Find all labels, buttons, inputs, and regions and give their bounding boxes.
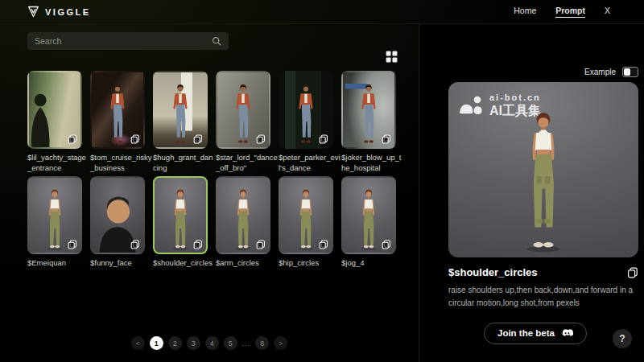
nav-link-x[interactable]: X — [605, 6, 610, 18]
gallery-item[interactable]: $peter_parker_evil's_dance — [279, 71, 333, 174]
pagination-prev-button[interactable]: < — [131, 336, 145, 350]
copy-icon[interactable] — [319, 134, 328, 144]
video-thumbnail[interactable] — [27, 71, 82, 149]
video-thumbnail[interactable] — [279, 71, 333, 149]
search-box[interactable] — [27, 32, 229, 50]
copy-icon[interactable] — [256, 134, 266, 144]
preview-title-row: $shoulder_circles — [448, 266, 638, 278]
viggle-logo-icon — [27, 6, 39, 18]
video-thumbnail[interactable] — [90, 71, 145, 149]
join-beta-button[interactable]: Join the beta — [484, 323, 587, 344]
search-input[interactable] — [35, 36, 212, 46]
gallery-item[interactable]: $jog_4 — [341, 176, 396, 279]
nav-links: HomePromptX — [514, 6, 610, 18]
preview-title: $shoulder_circles — [448, 266, 538, 278]
grid-view-icon[interactable] — [385, 50, 398, 64]
gallery-item-label: $hip_circles — [279, 258, 341, 279]
video-thumbnail[interactable] — [90, 176, 145, 254]
gallery-item[interactable]: $lil_yachty_stage_entrance — [27, 71, 82, 174]
copy-icon[interactable] — [193, 240, 203, 249]
gallery-item[interactable]: $star_lord_"dance_off_bro" — [216, 71, 270, 174]
nav-link-home[interactable]: Home — [514, 6, 536, 18]
gallery-item[interactable]: $hip_circles — [279, 176, 333, 279]
pagination: <12345...8> — [0, 336, 419, 350]
gallery-item[interactable]: $shoulder_circles — [153, 176, 208, 279]
ai-bot-logo-icon — [459, 96, 483, 117]
video-thumbnail[interactable] — [279, 176, 333, 254]
gallery-item-label: $funny_face — [90, 258, 153, 279]
grid-icon — [385, 50, 398, 64]
video-thumbnail[interactable] — [216, 176, 270, 254]
gallery-item[interactable]: $funny_face — [90, 176, 145, 279]
copy-icon[interactable] — [382, 240, 391, 249]
toggle-knob — [624, 68, 630, 76]
video-thumbnail[interactable] — [153, 71, 208, 149]
gallery-item-label: $joker_blow_up_the_hospital — [341, 153, 404, 174]
brand[interactable]: VIGGLE — [27, 6, 91, 18]
copy-icon[interactable] — [130, 240, 140, 249]
pagination-page-8[interactable]: 8 — [255, 336, 269, 350]
pagination-next-button[interactable]: > — [274, 336, 287, 350]
gallery-item-label: $lil_yachty_stage_entrance — [27, 153, 90, 174]
gallery-panel: $lil_yachty_stage_entrance$tom_cruise_ri… — [0, 24, 419, 362]
help-button[interactable]: ? — [613, 329, 632, 348]
pagination-page-2[interactable]: 2 — [168, 336, 182, 350]
template-gallery-grid: $lil_yachty_stage_entrance$tom_cruise_ri… — [27, 71, 396, 279]
gallery-item[interactable]: $Emeiquan — [27, 176, 82, 279]
preview-panel: Example ai-bot.cn AI工具集 — [419, 24, 644, 362]
gallery-item-label: $star_lord_"dance_off_bro" — [216, 153, 279, 174]
example-label: Example — [584, 68, 616, 76]
pagination-page-5[interactable]: 5 — [224, 336, 237, 350]
copy-icon[interactable] — [193, 134, 203, 144]
copy-icon[interactable] — [130, 134, 140, 144]
top-nav: VIGGLE HomePromptX — [0, 0, 644, 24]
copy-icon[interactable] — [68, 240, 77, 249]
example-toggle[interactable] — [622, 67, 638, 77]
preview-media[interactable]: ai-bot.cn AI工具集 — [448, 82, 638, 257]
gallery-item-label: $Emeiquan — [27, 258, 90, 279]
gallery-item[interactable]: $arm_circles — [216, 176, 270, 279]
discord-icon — [561, 329, 573, 338]
copy-icon[interactable] — [256, 240, 266, 249]
gallery-item[interactable]: $tom_cruise_risky_business — [90, 71, 145, 174]
example-row: Example — [448, 67, 638, 77]
gallery-item-label: $peter_parker_evil's_dance — [279, 153, 341, 174]
gallery-item-label: $tom_cruise_risky_business — [90, 153, 153, 174]
gallery-item-label: $hugh_grant_dancing — [153, 153, 216, 174]
join-beta-label: Join the beta — [497, 328, 555, 338]
brand-name: VIGGLE — [45, 7, 91, 17]
watermark-line1: ai-bot.cn — [489, 93, 541, 102]
nav-link-prompt[interactable]: Prompt — [555, 6, 585, 18]
copy-icon[interactable] — [319, 240, 328, 249]
copy-icon[interactable] — [68, 134, 77, 144]
copy-prompt-icon[interactable] — [627, 267, 638, 278]
video-thumbnail[interactable] — [341, 71, 396, 149]
video-thumbnail[interactable] — [216, 71, 270, 149]
gallery-item-label: $arm_circles — [216, 258, 279, 279]
preview-figure — [514, 110, 572, 253]
video-thumbnail[interactable] — [153, 176, 208, 254]
gallery-item[interactable]: $joker_blow_up_the_hospital — [341, 71, 396, 174]
pagination-page-1[interactable]: 1 — [150, 336, 163, 350]
copy-icon[interactable] — [382, 134, 391, 144]
gallery-item-label: $jog_4 — [341, 258, 404, 279]
video-thumbnail[interactable] — [341, 176, 396, 254]
pagination-page-4[interactable]: 4 — [205, 336, 219, 350]
viggle-app: VIGGLE HomePromptX $lil_yachty_stage_ent… — [0, 0, 644, 362]
pagination-ellipsis: ... — [242, 336, 251, 350]
pagination-page-3[interactable]: 3 — [187, 336, 200, 350]
video-thumbnail[interactable] — [27, 176, 82, 254]
gallery-item[interactable]: $hugh_grant_dancing — [153, 71, 208, 174]
preview-description: raise shoulders up,then back,down,and fo… — [448, 284, 637, 309]
gallery-item-label: $shoulder_circles — [153, 258, 216, 279]
search-icon — [212, 36, 221, 46]
